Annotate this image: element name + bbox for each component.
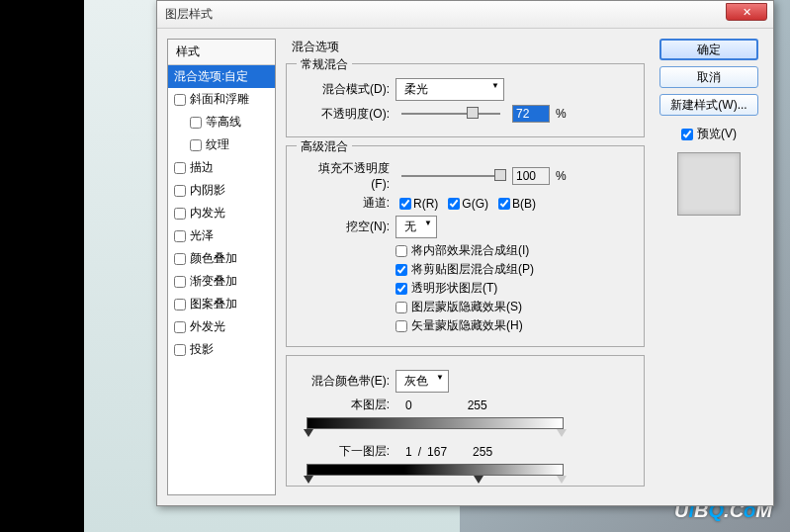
- blend-mode-label: 混合模式(D):: [301, 81, 390, 98]
- this-black-val: 0: [405, 399, 412, 412]
- style-checkbox[interactable]: [174, 94, 186, 106]
- style-checkbox[interactable]: [190, 139, 202, 151]
- style-item-label: 纹理: [206, 136, 229, 153]
- channel-r[interactable]: R(R): [399, 197, 438, 211]
- style-item-label: 投影: [190, 341, 214, 358]
- style-item-label: 描边: [190, 159, 214, 176]
- panel-title: 混合选项: [292, 39, 645, 55]
- channels-label: 通道:: [301, 195, 390, 212]
- style-item-label: 等高线: [206, 114, 241, 131]
- group-legend: 常规混合: [297, 56, 352, 73]
- opacity-label: 不透明度(O):: [301, 106, 390, 123]
- style-item-label: 光泽: [190, 227, 214, 244]
- dialog-content: 样式 混合选项:自定 斜面和浮雕 等高线 纹理 描边 内阴影: [157, 29, 773, 505]
- style-item-satin[interactable]: 光泽: [168, 224, 275, 247]
- style-item-inner-glow[interactable]: 内发光: [168, 202, 275, 224]
- style-item-label: 内发光: [190, 205, 225, 222]
- style-checkbox[interactable]: [174, 253, 186, 265]
- blend-if-group: 混合颜色带(E): 灰色 本图层: 0 255 下一图层: 1 / 167: [286, 355, 645, 487]
- main-panel: 混合选项 常规混合 混合模式(D): 柔光 不透明度(O): 72 % 高级混合…: [286, 39, 645, 495]
- style-item-label: 内阴影: [190, 182, 225, 199]
- check-blend-clipped[interactable]: 将剪贴图层混合成组(P): [395, 261, 630, 278]
- slider-black-high[interactable]: [474, 476, 483, 484]
- advanced-blending-group: 高级混合 填充不透明度(F): 100 % 通道: R(R) G(G) B(B): [286, 145, 645, 347]
- style-checkbox[interactable]: [174, 162, 186, 174]
- style-item-gradient-overlay[interactable]: 渐变叠加: [168, 270, 275, 293]
- style-list-header: 样式: [168, 40, 275, 65]
- style-item-pattern-overlay[interactable]: 图案叠加: [168, 293, 275, 315]
- check-layer-mask-hides[interactable]: 图层蒙版隐藏效果(S): [395, 299, 630, 315]
- right-panel: 确定 取消 新建样式(W)... 预览(V): [655, 39, 763, 495]
- under-val-1: 167: [427, 445, 447, 459]
- style-checkbox[interactable]: [174, 276, 186, 288]
- new-style-button[interactable]: 新建样式(W)...: [659, 94, 758, 116]
- close-icon: ✕: [743, 6, 751, 19]
- layer-style-dialog: 图层样式 ✕ 样式 混合选项:自定 斜面和浮雕 等高线 纹理 描边: [156, 0, 774, 506]
- knockout-select[interactable]: 无: [395, 216, 437, 238]
- slider-white[interactable]: [557, 476, 567, 484]
- style-item-contour[interactable]: 等高线: [168, 111, 275, 133]
- dialog-title: 图层样式: [165, 6, 213, 23]
- style-checkbox[interactable]: [174, 344, 186, 356]
- this-white-val: 255: [468, 399, 487, 412]
- style-item-label: 斜面和浮雕: [190, 91, 249, 108]
- cancel-button[interactable]: 取消: [659, 66, 758, 88]
- fill-opacity-slider[interactable]: [401, 175, 500, 177]
- style-item-inner-shadow[interactable]: 内阴影: [168, 179, 275, 202]
- under-layer-label: 下一图层:: [301, 443, 390, 460]
- ok-button[interactable]: 确定: [659, 39, 758, 60]
- style-item-color-overlay[interactable]: 颜色叠加: [168, 247, 275, 270]
- style-item-outer-glow[interactable]: 外发光: [168, 315, 275, 338]
- under-slash: /: [418, 445, 421, 459]
- general-blending-group: 常规混合 混合模式(D): 柔光 不透明度(O): 72 %: [286, 63, 645, 137]
- fill-opacity-input[interactable]: 100: [512, 167, 550, 185]
- channel-g[interactable]: G(G): [448, 197, 488, 211]
- blend-if-label: 混合颜色带(E):: [301, 373, 390, 390]
- blend-mode-select[interactable]: 柔光: [395, 78, 504, 101]
- slider-black-low[interactable]: [304, 476, 313, 484]
- style-checkbox[interactable]: [174, 185, 186, 197]
- style-item-stroke[interactable]: 描边: [168, 156, 275, 179]
- titlebar[interactable]: 图层样式 ✕: [157, 1, 773, 29]
- style-item-label: 图案叠加: [190, 296, 237, 312]
- style-item-label: 混合选项:自定: [174, 68, 248, 85]
- slider-white[interactable]: [557, 429, 567, 437]
- style-checkbox[interactable]: [174, 230, 186, 242]
- check-blend-interior[interactable]: 将内部效果混合成组(I): [395, 242, 630, 259]
- style-checkbox[interactable]: [190, 117, 202, 129]
- check-vector-mask-hides[interactable]: 矢量蒙版隐藏效果(H): [395, 317, 630, 334]
- style-checkbox[interactable]: [174, 321, 186, 333]
- style-item-texture[interactable]: 纹理: [168, 133, 275, 156]
- this-layer-gradient[interactable]: [307, 417, 564, 429]
- under-white-val: 255: [473, 445, 492, 459]
- style-checkbox[interactable]: [174, 208, 186, 220]
- slider-thumb[interactable]: [494, 169, 506, 181]
- style-checkbox[interactable]: [174, 299, 186, 310]
- this-layer-label: 本图层:: [301, 397, 390, 413]
- opacity-slider[interactable]: [401, 113, 500, 115]
- opacity-input[interactable]: 72: [512, 105, 550, 123]
- check-transparency-shapes[interactable]: 透明形状图层(T): [395, 280, 630, 297]
- style-list: 样式 混合选项:自定 斜面和浮雕 等高线 纹理 描边 内阴影: [167, 39, 276, 495]
- group-legend: 高级混合: [297, 138, 352, 155]
- style-item-label: 外发光: [190, 318, 225, 335]
- style-item-label: 渐变叠加: [190, 273, 237, 290]
- style-item-bevel[interactable]: 斜面和浮雕: [168, 88, 275, 111]
- channel-b[interactable]: B(B): [498, 197, 536, 211]
- blend-if-select[interactable]: 灰色: [395, 370, 449, 393]
- slider-black[interactable]: [304, 429, 313, 437]
- fill-opacity-label: 填充不透明度(F):: [301, 160, 390, 191]
- under-val-0: 1: [405, 445, 412, 459]
- percent-label: %: [556, 169, 567, 183]
- style-item-label: 颜色叠加: [190, 250, 237, 267]
- under-layer-gradient[interactable]: [307, 464, 564, 476]
- knockout-label: 挖空(N):: [301, 219, 390, 235]
- preview-thumbnail: [677, 152, 741, 216]
- style-item-drop-shadow[interactable]: 投影: [168, 338, 275, 361]
- preview-checkbox[interactable]: 预览(V): [681, 126, 737, 142]
- slider-thumb[interactable]: [467, 107, 479, 119]
- style-item-blending-options[interactable]: 混合选项:自定: [168, 65, 275, 88]
- percent-label: %: [556, 107, 567, 121]
- close-button[interactable]: ✕: [726, 3, 767, 21]
